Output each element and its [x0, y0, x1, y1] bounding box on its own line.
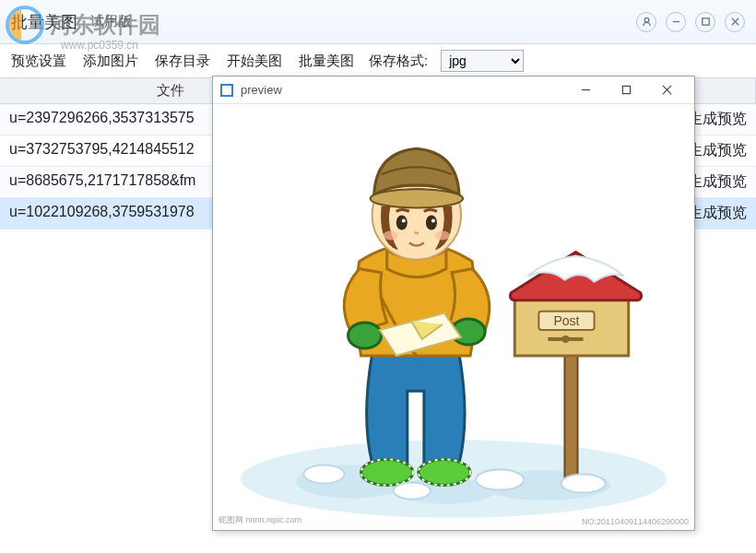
close-button[interactable]: [725, 12, 745, 32]
maximize-button[interactable]: [695, 12, 715, 32]
cartoon-boy-mailbox-icon: Post: [213, 104, 694, 530]
svg-point-28: [435, 231, 450, 241]
save-dir-button[interactable]: 保存目录: [153, 51, 212, 72]
trial-label: 试用版: [90, 13, 132, 30]
svg-rect-6: [622, 86, 630, 93]
start-beautify-button[interactable]: 开始美图: [225, 51, 284, 72]
preview-minimize-button[interactable]: [565, 76, 606, 104]
user-icon[interactable]: [636, 12, 656, 32]
svg-rect-13: [564, 354, 577, 484]
svg-point-34: [476, 470, 524, 490]
svg-point-22: [371, 189, 463, 207]
preview-settings-button[interactable]: 预览设置: [9, 51, 68, 72]
batch-beautify-button[interactable]: 批量美图: [297, 51, 356, 72]
toolbar: 预览设置 添加图片 保存目录 开始美图 批量美图 保存格式: jpg: [0, 44, 756, 78]
add-image-button[interactable]: 添加图片: [81, 51, 140, 72]
svg-point-36: [561, 475, 605, 493]
format-select[interactable]: jpg: [441, 50, 524, 72]
app-title: 批量美图: [11, 11, 77, 33]
svg-point-33: [303, 465, 344, 484]
preview-window: preview Post: [212, 76, 695, 531]
svg-point-18: [561, 335, 569, 343]
preview-image: Post: [213, 104, 694, 530]
preview-maximize-button[interactable]: [606, 76, 646, 104]
svg-point-19: [348, 323, 382, 348]
preview-title: preview: [241, 83, 282, 97]
minimize-button[interactable]: [666, 12, 686, 32]
svg-rect-2: [702, 18, 708, 25]
svg-point-27: [384, 231, 398, 241]
titlebar: 批量美图 试用版: [0, 0, 756, 44]
preview-watermark-left: 昵图网 nnnn.nipic.com: [219, 514, 301, 526]
svg-point-25: [402, 219, 406, 223]
preview-watermark-right: NO:20110409114406290000: [582, 517, 689, 526]
format-label: 保存格式:: [369, 53, 428, 70]
svg-point-0: [644, 18, 649, 22]
svg-point-26: [431, 219, 435, 223]
svg-point-24: [426, 216, 437, 230]
svg-text:Post: Post: [553, 313, 579, 328]
svg-point-23: [396, 216, 408, 230]
preview-titlebar[interactable]: preview: [213, 76, 694, 104]
svg-point-35: [394, 483, 431, 500]
preview-close-button[interactable]: [646, 76, 687, 104]
preview-app-icon: [220, 84, 233, 97]
